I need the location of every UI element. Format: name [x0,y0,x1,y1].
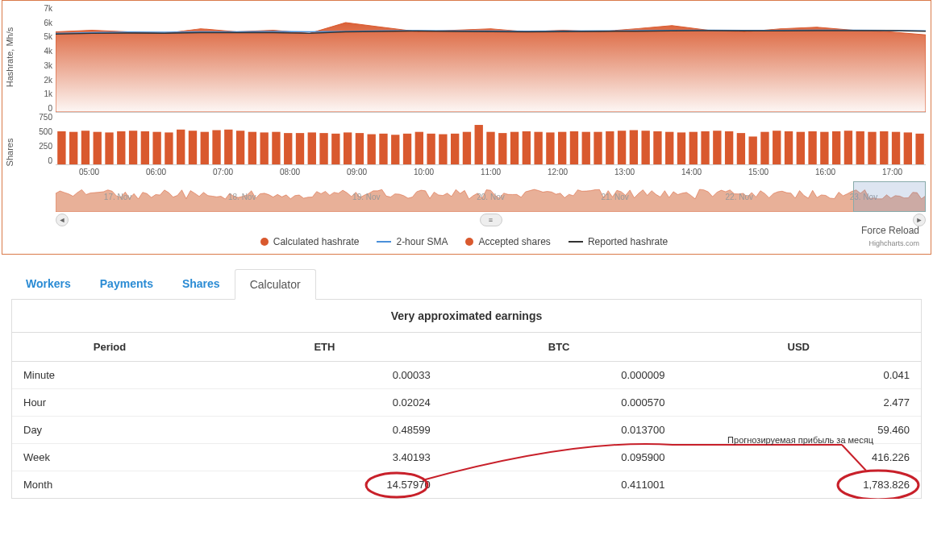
line-icon [569,241,583,243]
cell-usd: 0.041 [676,362,921,389]
col-period: Period [12,333,207,362]
svg-rect-52 [677,132,685,164]
cell-btc: 0.095900 [442,444,677,471]
svg-rect-51 [665,132,673,164]
svg-rect-59 [760,132,768,164]
svg-rect-47 [618,131,626,164]
svg-rect-36 [486,132,494,164]
svg-rect-33 [451,134,459,164]
svg-rect-15 [236,131,244,164]
hashrate-chart-panel: Hashrate, Mh/s Shares 7k6k5k4k3k2k1k0 75… [2,0,931,255]
svg-rect-41 [546,132,554,164]
cell-period: Hour [12,389,207,417]
svg-rect-43 [570,131,578,164]
cell-eth: 14.57970 [207,471,442,499]
svg-rect-1 [69,132,77,164]
cell-usd: 2.477 [676,389,921,417]
col-btc: BTC [442,333,677,362]
svg-rect-12 [201,132,209,164]
svg-rect-72 [915,134,923,164]
svg-rect-60 [773,131,781,164]
svg-rect-13 [212,131,220,164]
tab-payments[interactable]: Payments [85,269,168,299]
svg-rect-14 [224,130,232,164]
legend-2hour-sma[interactable]: 2-hour SMA [377,236,448,247]
cell-eth: 0.48599 [207,417,442,444]
svg-rect-24 [344,132,352,164]
cell-period: Day [12,417,207,444]
highcharts-credit[interactable]: Highcharts.com [868,239,919,247]
svg-rect-39 [523,131,531,164]
svg-rect-29 [403,134,411,164]
svg-rect-35 [475,125,483,164]
cell-btc: 0.411001 [442,471,677,499]
x-ticks: 05:0006:0007:0008:0009:0010:0011:0012:00… [56,165,926,176]
legend-accepted-shares[interactable]: Accepted shares [465,236,550,247]
y-axis-label-hashrate: Hashrate, Mh/s [5,27,15,88]
svg-rect-4 [105,132,113,164]
col-usd: USD [676,333,921,362]
svg-rect-67 [856,131,864,164]
svg-rect-3 [94,132,102,164]
table-row: Day 0.48599 0.013700 59.460 [12,417,921,444]
cell-usd: 416.226 [676,444,921,471]
tab-shares[interactable]: Shares [168,269,235,299]
line-icon [377,241,391,243]
svg-rect-37 [498,133,506,164]
cell-eth: 0.02024 [207,389,442,417]
earnings-table-wrap: Very approximated earnings Period ETH BT… [11,300,922,499]
svg-rect-45 [594,132,602,164]
y-axis-label-shares: Shares [5,139,15,167]
circle-icon [465,238,473,246]
svg-rect-9 [165,132,173,164]
svg-rect-10 [177,130,185,164]
svg-rect-5 [117,131,125,164]
svg-rect-58 [749,136,757,164]
table-row: Week 3.40193 0.095900 416.226 [12,444,921,471]
tab-workers[interactable]: Workers [11,269,85,299]
svg-rect-68 [868,132,876,164]
force-reload-link[interactable]: Force Reload [861,225,919,236]
hashrate-plot[interactable] [56,4,926,113]
svg-rect-46 [606,131,614,164]
svg-rect-17 [260,132,268,164]
chart-navigator[interactable]: 17. Nov18. Nov19. Nov20. Nov21. Nov22. N… [56,181,926,226]
svg-rect-7 [141,131,149,164]
cell-period: Minute [12,362,207,389]
svg-rect-50 [653,131,661,164]
col-eth: ETH [207,333,442,362]
legend-reported-hashrate[interactable]: Reported hashrate [569,236,668,247]
svg-rect-65 [832,131,840,164]
cell-usd: 59.460 [676,417,921,444]
chart-legend: Calculated hashrate 2-hour SMA Accepted … [2,228,926,251]
shares-plot[interactable] [56,121,926,165]
navigator-handle[interactable] [853,181,926,212]
svg-rect-30 [415,132,423,164]
tabs-bar: Workers Payments Shares Calculator [11,269,922,300]
earnings-table: Period ETH BTC USD Minute 0.00033 0.0000… [12,332,921,498]
navigator-grip[interactable]: ≡ [480,214,502,226]
table-row: Hour 0.02024 0.000570 2.477 [12,389,921,417]
tab-calculator[interactable]: Calculator [235,269,316,300]
svg-rect-34 [463,132,471,164]
navigator-left-button[interactable]: ◄ [56,214,69,226]
svg-rect-21 [308,132,316,164]
svg-rect-27 [379,134,387,164]
svg-rect-32 [439,135,447,164]
svg-rect-0 [57,131,65,164]
svg-rect-26 [368,135,376,164]
cell-period: Month [12,471,207,499]
table-row: Month 14.57970 0.411001 1,783.826 [12,471,921,499]
svg-rect-54 [701,131,709,164]
svg-rect-48 [630,131,638,164]
legend-calculated-hashrate[interactable]: Calculated hashrate [260,236,360,247]
svg-rect-11 [189,131,197,164]
svg-rect-42 [558,132,566,164]
earnings-table-title: Very approximated earnings [12,300,921,332]
cell-eth: 3.40193 [207,444,442,471]
svg-rect-62 [797,132,805,164]
table-row: Minute 0.00033 0.000009 0.041 [12,362,921,389]
svg-rect-19 [284,133,292,164]
svg-rect-70 [892,132,900,164]
cell-btc: 0.000009 [442,362,677,389]
